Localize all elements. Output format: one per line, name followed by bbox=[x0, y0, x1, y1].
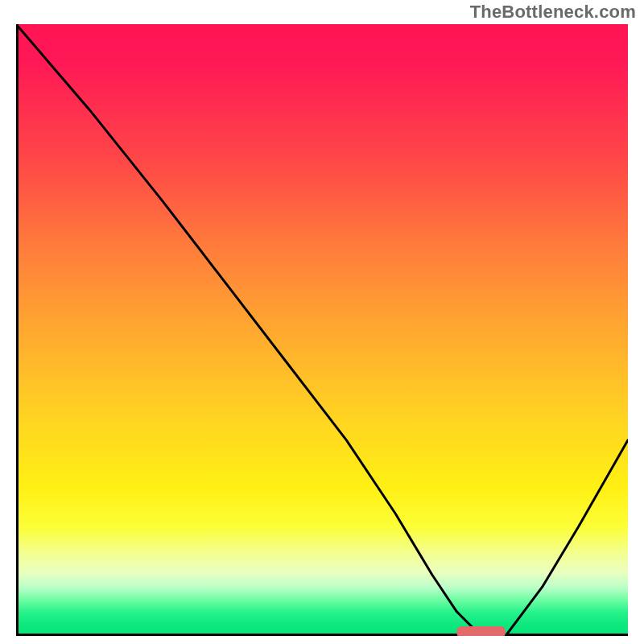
chart-container: TheBottleneck.com bbox=[0, 0, 644, 644]
bottleneck-curve bbox=[16, 24, 628, 636]
watermark-label: TheBottleneck.com bbox=[470, 2, 636, 23]
optimal-marker bbox=[456, 626, 506, 636]
curve-layer bbox=[16, 24, 628, 636]
plot-area bbox=[16, 24, 628, 636]
